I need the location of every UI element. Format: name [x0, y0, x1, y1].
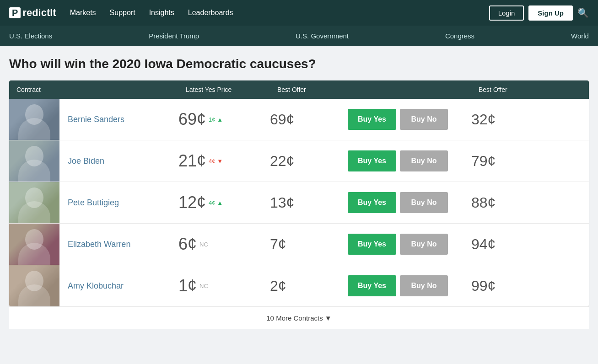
buy-no-button-bernie-sanders[interactable]: Buy No — [400, 109, 448, 130]
more-contracts-label: 10 More Contracts — [266, 314, 323, 322]
candidate-image-amy-klobuchar — [9, 265, 59, 306]
latest-price-cell-joe-biden: 21¢ 4¢ ▼ — [178, 140, 270, 182]
col-best-offer-no: Best Offer — [471, 80, 589, 99]
latest-price-amy-klobuchar: 1¢ — [178, 276, 197, 295]
no-price-cell-amy-klobuchar: 99¢ — [471, 265, 589, 307]
logo-text: redictIt — [22, 7, 56, 19]
candidate-cell-amy-klobuchar: Amy Klobuchar — [9, 265, 178, 307]
no-price-cell-bernie-sanders: 32¢ — [471, 99, 589, 140]
buy-yes-button-bernie-sanders[interactable]: Buy Yes — [348, 109, 396, 130]
col-buttons — [343, 80, 471, 99]
table-row: Pete Buttigieg12¢ 4¢ ▲13¢Buy YesBuy No88… — [9, 182, 589, 224]
logo-icon: P — [9, 7, 21, 18]
buy-no-button-joe-biden[interactable]: Buy No — [400, 150, 448, 171]
best-offer-buy-cell-pete-buttigieg: 13¢ — [270, 182, 343, 224]
signup-button[interactable]: Sign Up — [528, 5, 573, 21]
best-offer-buy-cell-joe-biden: 22¢ — [270, 140, 343, 182]
buy-buttons-cell-joe-biden: Buy YesBuy No — [343, 140, 471, 182]
page-title: Who will win the 2020 Iowa Democratic ca… — [9, 57, 589, 71]
best-offer-buy-cell-bernie-sanders: 69¢ — [270, 99, 343, 140]
no-price-cell-elizabeth-warren: 94¢ — [471, 224, 589, 265]
col-best-offer-buy: Best Offer — [270, 80, 343, 99]
col-contract: Contract — [9, 80, 178, 99]
logo[interactable]: P redictIt — [9, 7, 56, 19]
buy-yes-button-pete-buttigieg[interactable]: Buy Yes — [348, 192, 396, 213]
price-change-joe-biden: 4¢ ▼ — [209, 158, 223, 165]
nav-insights[interactable]: Insights — [149, 9, 174, 17]
more-contracts-button[interactable]: 10 More Contracts ▼ — [9, 306, 589, 329]
subnav-us-government[interactable]: U.S. Government — [296, 27, 349, 44]
nav-markets[interactable]: Markets — [70, 9, 96, 17]
sub-navigation: U.S. Elections President Trump U.S. Gove… — [0, 26, 598, 46]
buy-buttons-cell-elizabeth-warren: Buy YesBuy No — [343, 224, 471, 265]
table-body: Bernie Sanders69¢ 1¢ ▲69¢Buy YesBuy No32… — [9, 99, 589, 306]
candidate-image-joe-biden — [9, 140, 59, 182]
subnav-president-trump[interactable]: President Trump — [149, 27, 199, 44]
latest-price-bernie-sanders: 69¢ — [178, 110, 206, 129]
login-button[interactable]: Login — [489, 5, 524, 21]
latest-price-joe-biden: 21¢ — [178, 151, 206, 171]
candidate-image-pete-buttigieg — [9, 182, 59, 223]
latest-price-cell-elizabeth-warren: 6¢ NC — [178, 224, 270, 265]
no-price-cell-pete-buttigieg: 88¢ — [471, 182, 589, 224]
latest-price-pete-buttigieg: 12¢ — [178, 193, 206, 212]
market-table: Contract Latest Yes Price Best Offer Bes… — [9, 80, 589, 306]
price-change-amy-klobuchar: NC — [199, 283, 208, 289]
table-row: Bernie Sanders69¢ 1¢ ▲69¢Buy YesBuy No32… — [9, 99, 589, 140]
nav-leaderboards[interactable]: Leaderboards — [188, 9, 233, 17]
sub-nav-links: U.S. Elections President Trump U.S. Gove… — [9, 27, 589, 44]
table-row: Amy Klobuchar1¢ NC2¢Buy YesBuy No99¢ — [9, 265, 589, 307]
nav-links: Markets Support Insights Leaderboards — [70, 9, 489, 17]
main-content: Who will win the 2020 Iowa Democratic ca… — [0, 46, 598, 338]
nav-actions: Login Sign Up 🔍 — [489, 5, 589, 21]
price-change-bernie-sanders: 1¢ ▲ — [209, 116, 223, 123]
subnav-congress[interactable]: Congress — [445, 27, 474, 44]
table-header: Contract Latest Yes Price Best Offer Bes… — [9, 80, 589, 99]
candidate-cell-pete-buttigieg: Pete Buttigieg — [9, 182, 178, 224]
col-latest-yes-price: Latest Yes Price — [178, 80, 270, 99]
candidate-cell-elizabeth-warren: Elizabeth Warren — [9, 224, 178, 265]
best-offer-buy-cell-amy-klobuchar: 2¢ — [270, 265, 343, 307]
buy-yes-button-joe-biden[interactable]: Buy Yes — [348, 150, 396, 171]
latest-price-elizabeth-warren: 6¢ — [178, 235, 197, 254]
candidate-cell-joe-biden: Joe Biden — [9, 140, 178, 182]
subnav-world[interactable]: World — [571, 27, 589, 44]
candidate-name-elizabeth-warren: Elizabeth Warren — [59, 240, 130, 249]
latest-price-cell-pete-buttigieg: 12¢ 4¢ ▲ — [178, 182, 270, 224]
table-row: Joe Biden21¢ 4¢ ▼22¢Buy YesBuy No79¢ — [9, 140, 589, 182]
candidate-name-joe-biden: Joe Biden — [59, 156, 104, 166]
candidate-name-amy-klobuchar: Amy Klobuchar — [59, 281, 124, 291]
table-row: Elizabeth Warren6¢ NC7¢Buy YesBuy No94¢ — [9, 224, 589, 265]
candidate-name-pete-buttigieg: Pete Buttigieg — [59, 198, 119, 208]
more-contracts-chevron-icon: ▼ — [325, 314, 332, 322]
buy-yes-button-amy-klobuchar[interactable]: Buy Yes — [348, 275, 396, 296]
search-button[interactable]: 🔍 — [577, 7, 589, 18]
candidate-cell-bernie-sanders: Bernie Sanders — [9, 99, 178, 140]
latest-price-cell-bernie-sanders: 69¢ 1¢ ▲ — [178, 99, 270, 140]
latest-price-cell-amy-klobuchar: 1¢ NC — [178, 265, 270, 307]
buy-yes-button-elizabeth-warren[interactable]: Buy Yes — [348, 234, 396, 255]
candidate-image-elizabeth-warren — [9, 224, 59, 265]
price-change-pete-buttigieg: 4¢ ▲ — [209, 199, 223, 206]
best-offer-buy-cell-elizabeth-warren: 7¢ — [270, 224, 343, 265]
candidate-name-bernie-sanders: Bernie Sanders — [59, 115, 124, 124]
subnav-us-elections[interactable]: U.S. Elections — [9, 27, 52, 44]
buy-buttons-cell-bernie-sanders: Buy YesBuy No — [343, 99, 471, 140]
buy-no-button-pete-buttigieg[interactable]: Buy No — [400, 192, 448, 213]
nav-support[interactable]: Support — [110, 9, 135, 17]
buy-no-button-elizabeth-warren[interactable]: Buy No — [400, 234, 448, 255]
top-navigation: P redictIt Markets Support Insights Lead… — [0, 0, 598, 26]
candidate-image-bernie-sanders — [9, 99, 59, 140]
buy-buttons-cell-amy-klobuchar: Buy YesBuy No — [343, 265, 471, 307]
price-change-elizabeth-warren: NC — [199, 241, 208, 248]
no-price-cell-joe-biden: 79¢ — [471, 140, 589, 182]
buy-buttons-cell-pete-buttigieg: Buy YesBuy No — [343, 182, 471, 224]
buy-no-button-amy-klobuchar[interactable]: Buy No — [400, 275, 448, 296]
